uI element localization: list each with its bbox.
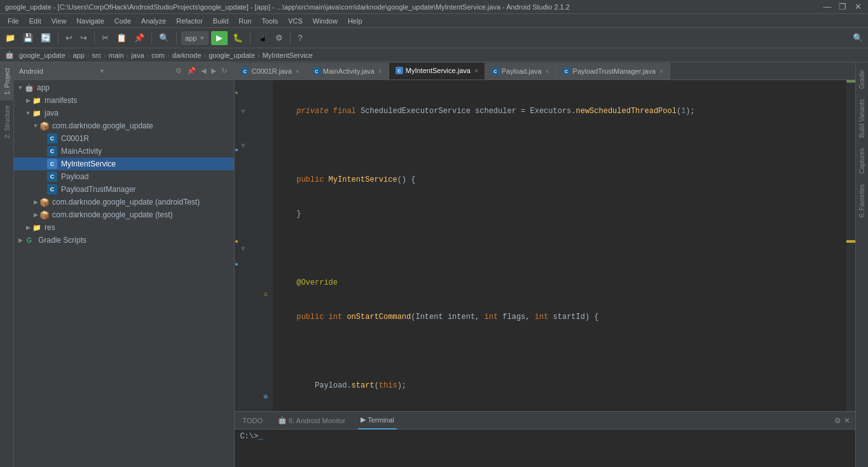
toolbar-copy-btn[interactable]: 📋 bbox=[114, 30, 129, 46]
tree-item-manifests[interactable]: ▶ 📁 manifests bbox=[14, 94, 234, 107]
search-everywhere-btn[interactable]: 🔍 bbox=[850, 30, 865, 46]
fold-row-13 bbox=[238, 220, 247, 231]
toolbar-sep6 bbox=[290, 32, 291, 44]
breadcrumb: 🤖 google_update › app › src › main › jav… bbox=[0, 48, 868, 62]
tree-item-payloadtrustmanager[interactable]: C PayloadTrustManager bbox=[14, 183, 234, 196]
terminal-settings-btn[interactable]: ⚙ bbox=[834, 416, 841, 425]
menu-file[interactable]: File bbox=[3, 14, 24, 28]
menu-run[interactable]: Run bbox=[233, 14, 256, 28]
toolbar-paste-btn[interactable]: 📌 bbox=[132, 30, 147, 46]
tab-c0001r[interactable]: C C0001R.java × bbox=[235, 63, 306, 79]
menu-window[interactable]: Window bbox=[308, 14, 343, 28]
tree-item-app[interactable]: ▼ 🤖 app bbox=[14, 81, 234, 94]
sidebar-toolbar-btn3[interactable]: ◀ bbox=[199, 66, 208, 76]
toolbar-sep1 bbox=[58, 32, 59, 44]
breadcrumb-project[interactable]: google_update bbox=[19, 51, 65, 59]
fold-row-15[interactable]: ▼ bbox=[238, 243, 247, 254]
rtab-build-variants[interactable]: Build Variants bbox=[857, 94, 867, 143]
tree-item-package-main[interactable]: ▼ 📦 com.darknode.google_update bbox=[14, 119, 234, 132]
rtab-favorites[interactable]: 6: Favorites bbox=[857, 179, 867, 222]
tab-close-myintentservice[interactable]: × bbox=[474, 67, 478, 74]
code-content[interactable]: private final ScheduledExecutorService s… bbox=[273, 80, 846, 411]
tab-payload[interactable]: C Payload.java × bbox=[485, 63, 556, 79]
tree-item-payload[interactable]: C Payload bbox=[14, 170, 234, 183]
breadcrumb-myintentservice[interactable]: MyIntentService bbox=[263, 51, 313, 59]
toolbar-sdk-btn[interactable]: ⚙ bbox=[273, 30, 286, 46]
run-button[interactable]: ▶ bbox=[211, 31, 228, 45]
code-editor[interactable]: ▼ ▼ ▼ bbox=[235, 80, 855, 411]
toolbar-redo-btn[interactable]: ↪ bbox=[78, 30, 90, 46]
gutter-indicator-top bbox=[846, 80, 855, 83]
menu-tools[interactable]: Tools bbox=[256, 14, 283, 28]
breadcrumb-darknode[interactable]: darknode bbox=[172, 51, 202, 59]
run-config-arrow: ▼ bbox=[199, 35, 205, 41]
menu-help[interactable]: Help bbox=[343, 14, 368, 28]
minimize-button[interactable]: — bbox=[822, 3, 832, 11]
tab-myintentservice[interactable]: C MyIntentService.java × bbox=[389, 63, 485, 79]
tree-item-myintentservice[interactable]: C MyIntentService bbox=[14, 158, 234, 170]
fold-row-3[interactable]: ▼ bbox=[238, 105, 247, 117]
toolbar-sync-btn[interactable]: 🔄 bbox=[38, 30, 53, 46]
tab-close-payloadtrustmanager[interactable]: × bbox=[659, 68, 663, 75]
tree-item-mainactivity[interactable]: C MainActivity bbox=[14, 145, 234, 158]
breadcrumb-main[interactable]: main bbox=[109, 51, 124, 59]
toolbar-cut-btn[interactable]: ✂ bbox=[99, 30, 111, 46]
breadcrumb-java[interactable]: java bbox=[131, 51, 144, 59]
tree-item-res[interactable]: ▶ 📁 res bbox=[14, 221, 234, 234]
menu-edit[interactable]: Edit bbox=[24, 14, 46, 28]
maximize-button[interactable]: ❐ bbox=[837, 3, 848, 11]
bottom-tab-todo[interactable]: TODO bbox=[240, 412, 265, 430]
terminal-content[interactable]: C:\>_ bbox=[235, 430, 855, 467]
tab-payloadtrustmanager[interactable]: C PayloadTrustManager.java × bbox=[556, 63, 670, 79]
vtab-project[interactable]: 1: Project bbox=[0, 62, 14, 100]
tree-label-manifests: manifests bbox=[45, 96, 77, 105]
sidebar-toolbar-btn5[interactable]: ↻ bbox=[219, 66, 229, 76]
toolbar-save-btn[interactable]: 💾 bbox=[20, 30, 36, 46]
run-config-selector[interactable]: app ▼ bbox=[181, 31, 209, 45]
menu-refactor[interactable]: Refactor bbox=[171, 14, 208, 28]
breadcrumb-module[interactable]: app bbox=[72, 51, 84, 59]
tree-item-java[interactable]: ▼ 📁 java bbox=[14, 107, 234, 119]
toolbar-open-btn[interactable]: 📁 bbox=[3, 30, 18, 46]
sidebar-toolbar-btn1[interactable]: ⚙ bbox=[174, 66, 184, 76]
linenum-28-info: ⊕ bbox=[247, 391, 268, 403]
terminal-close-btn[interactable]: ✕ bbox=[844, 416, 850, 425]
toolbar-search-btn[interactable]: 🔍 bbox=[156, 30, 172, 46]
tree-item-package-androidtest[interactable]: ▶ 📦 com.darknode.google_update (androidT… bbox=[14, 196, 234, 208]
toolbar-search-right[interactable]: 🔍 bbox=[850, 30, 865, 46]
sidebar-dropdown-arrow[interactable]: ▼ bbox=[99, 68, 174, 74]
toolbar-help-btn[interactable]: ? bbox=[295, 30, 305, 46]
toolbar-avd-btn[interactable]: 📱 bbox=[255, 30, 270, 46]
tab-close-c0001r[interactable]: × bbox=[296, 68, 300, 75]
toolbar-undo-btn[interactable]: ↩ bbox=[63, 30, 75, 46]
menu-build[interactable]: Build bbox=[208, 14, 233, 28]
right-panel-tabs: Gradle Build Variants Captures 6: Favori… bbox=[855, 62, 868, 467]
linenum-5 bbox=[247, 128, 268, 140]
tab-mainactivity[interactable]: C MainActivity.java × bbox=[307, 63, 389, 79]
sidebar-toolbar-btn2[interactable]: 📌 bbox=[185, 66, 198, 76]
menu-vcs[interactable]: VCS bbox=[283, 14, 308, 28]
rtab-captures[interactable]: Captures bbox=[857, 143, 867, 179]
bottom-tab-terminal[interactable]: ▶ Terminal bbox=[358, 412, 397, 430]
bottom-tab-androidmonitor[interactable]: 🤖 6: Android Monitor bbox=[275, 412, 348, 430]
close-button[interactable]: ✕ bbox=[853, 3, 863, 11]
titlebar-controls[interactable]: — ❐ ✕ bbox=[822, 3, 863, 11]
rtab-gradle[interactable]: Gradle bbox=[857, 65, 867, 94]
tab-close-payload[interactable]: × bbox=[546, 68, 549, 75]
sidebar-toolbar-btn4[interactable]: ▶ bbox=[209, 66, 218, 76]
debug-button[interactable]: 🐛 bbox=[230, 30, 245, 46]
tab-close-mainactivity[interactable]: × bbox=[378, 68, 382, 75]
bottom-panel: TODO 🤖 6: Android Monitor ▶ Terminal ⚙ ✕… bbox=[235, 411, 855, 467]
breadcrumb-com[interactable]: com bbox=[151, 51, 165, 59]
menu-analyze[interactable]: Analyze bbox=[136, 14, 171, 28]
tree-item-c0001r[interactable]: C C0001R bbox=[14, 132, 234, 145]
menu-view[interactable]: View bbox=[46, 14, 72, 28]
breadcrumb-src[interactable]: src bbox=[92, 51, 102, 59]
vtab-structure[interactable]: 2: Structure bbox=[0, 100, 14, 144]
tree-item-package-test[interactable]: ▶ 📦 com.darknode.google_update (test) bbox=[14, 208, 234, 221]
tree-item-gradle[interactable]: ▶ G Gradle Scripts bbox=[14, 234, 234, 247]
menu-code[interactable]: Code bbox=[109, 14, 136, 28]
fold-row-6[interactable]: ▼ bbox=[238, 140, 247, 151]
breadcrumb-google-update[interactable]: google_update bbox=[209, 51, 255, 59]
menu-navigate[interactable]: Navigate bbox=[71, 14, 109, 28]
